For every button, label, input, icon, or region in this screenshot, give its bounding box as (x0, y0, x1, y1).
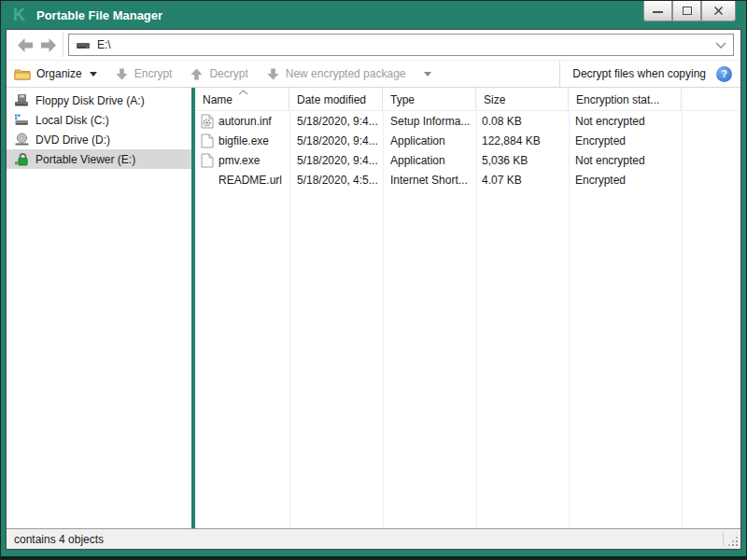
new-encrypted-package-label: New encrypted package (286, 67, 406, 80)
file-date: 5/18/2020, 9:4... (289, 154, 383, 167)
sort-ascending-icon (238, 90, 248, 95)
file-name: README.url (218, 174, 282, 187)
minimize-button[interactable] (643, 1, 672, 21)
file-name: autorun.inf (218, 115, 272, 128)
address-bar[interactable]: E:\ (68, 34, 734, 56)
organize-caret-icon (90, 72, 97, 77)
sidebar-item-label: Local Disk (C:) (35, 114, 109, 127)
chevron-down-icon (715, 42, 726, 49)
floppy-drive-icon (14, 93, 29, 107)
file-size: 4.07 KB (476, 174, 569, 187)
file-row-bigfile-exe[interactable]: bigfile.exe 5/18/2020, 9:4... Applicatio… (195, 131, 740, 150)
empty-icon-slot (200, 173, 214, 188)
decrypt-when-copying-label: Decrypt files when copying (572, 67, 706, 80)
close-button[interactable] (701, 1, 736, 21)
hard-disk-icon (14, 113, 29, 127)
navigation-bar: E:\ (7, 30, 740, 60)
file-date: 5/18/2020, 9:4... (289, 134, 383, 147)
sidebar-item-floppy-a[interactable]: Floppy Disk Drive (A:) (7, 91, 191, 110)
column-header-label: Type (390, 93, 415, 106)
sidebar-item-portable-e[interactable]: Portable Viewer (E:) (7, 149, 191, 169)
forward-arrow-icon (39, 37, 57, 53)
close-icon (713, 6, 724, 16)
help-button[interactable]: ? (716, 66, 732, 82)
column-header-label: Encryption stat... (576, 93, 659, 106)
file-type: Application (383, 134, 476, 147)
sidebar-item-label: DVD Drive (D:) (35, 133, 110, 147)
column-header-name[interactable]: Name (195, 88, 289, 110)
arrow-down-icon (115, 67, 129, 81)
column-header-date-modified[interactable]: Date modified (289, 88, 383, 110)
new-encrypted-package-button[interactable]: New encrypted package (266, 67, 432, 81)
statusbar-separator (723, 532, 724, 546)
file-rows: autorun.inf 5/18/2020, 9:4... Setup Info… (195, 111, 740, 189)
window-controls (643, 1, 736, 21)
file-encryption-status: Encrypted (569, 134, 682, 147)
column-header-size[interactable]: Size (476, 88, 569, 110)
back-arrow-icon (17, 37, 35, 53)
main-panes: Floppy Disk Drive (A:) Local Disk (C:) (7, 88, 740, 528)
folder-icon (14, 67, 31, 81)
file-row-readme-url[interactable]: README.url 5/18/2020, 4:5... Internet Sh… (195, 170, 740, 189)
decrypt-when-copying-section: Decrypt files when copying ? (559, 61, 740, 87)
file-size: 5,036 KB (476, 154, 569, 167)
arrow-up-icon (190, 67, 204, 81)
file-size: 0.08 KB (476, 115, 569, 128)
drive-icon (76, 39, 91, 50)
list-header: Name Date modified Type Size (195, 88, 740, 111)
file-name: pmv.exe (218, 154, 260, 167)
status-bar: contains 4 objects (7, 528, 740, 549)
file-type: Application (383, 154, 476, 167)
new-encrypted-package-caret-icon (424, 72, 431, 77)
minimize-icon (653, 11, 663, 13)
back-button[interactable] (14, 35, 36, 55)
encrypt-label: Encrypt (134, 67, 173, 80)
kaspersky-logo-icon: K (13, 7, 25, 23)
dvd-drive-icon (14, 133, 29, 147)
forward-button[interactable] (36, 35, 59, 55)
sidebar-item-local-c[interactable]: Local Disk (C:) (7, 110, 191, 130)
sidebar-item-label: Floppy Disk Drive (A:) (35, 94, 145, 107)
status-text: contains 4 objects (14, 533, 104, 546)
encrypt-button[interactable]: Encrypt (115, 67, 173, 81)
file-list: Name Date modified Type Size (195, 88, 740, 528)
column-header-type[interactable]: Type (383, 88, 476, 110)
file-name: bigfile.exe (218, 134, 269, 147)
file-type: Internet Short... (383, 174, 476, 187)
titlebar: K Portable File Manager (1, 1, 746, 29)
setup-information-file-icon (201, 114, 214, 129)
decrypt-button[interactable]: Decrypt (190, 67, 247, 81)
column-header-label: Name (203, 93, 233, 106)
column-header-filler (682, 88, 740, 110)
address-path: E:\ (97, 38, 111, 51)
organize-label: Organize (36, 67, 82, 80)
maximize-button[interactable] (672, 1, 701, 21)
file-type: Setup Informa... (383, 115, 476, 128)
maximize-icon (683, 7, 692, 15)
resize-grip-icon[interactable] (736, 544, 738, 546)
file-row-pmv-exe[interactable]: pmv.exe 5/18/2020, 9:4... Application 5,… (195, 150, 740, 170)
decrypt-label: Decrypt (209, 67, 247, 80)
file-date: 5/18/2020, 4:5... (289, 174, 383, 187)
file-encryption-status: Not encrypted (569, 154, 682, 167)
file-encryption-status: Encrypted (569, 174, 682, 187)
column-header-label: Date modified (297, 93, 366, 106)
file-size: 122,884 KB (476, 134, 569, 147)
column-header-encryption-status[interactable]: Encryption stat... (569, 88, 682, 110)
file-row-autorun-inf[interactable]: autorun.inf 5/18/2020, 9:4... Setup Info… (195, 111, 740, 131)
sidebar-item-dvd-d[interactable]: DVD Drive (D:) (7, 130, 191, 149)
sidebar-item-label: Portable Viewer (E:) (35, 153, 135, 166)
portable-file-manager-window: K Portable File Manager (0, 0, 747, 560)
organize-button[interactable]: Organize (14, 67, 97, 81)
address-dropdown-button[interactable] (715, 38, 726, 51)
nav-divider (63, 33, 63, 57)
toolbar: Organize Encrypt Decrypt New encrypted (7, 60, 740, 88)
window-bottom-edge (1, 556, 746, 559)
file-date: 5/18/2020, 9:4... (289, 115, 383, 128)
client-area: E:\ Organize (6, 29, 741, 550)
window-title: Portable File Manager (36, 8, 162, 22)
arrow-down-icon (266, 67, 280, 81)
generic-file-icon (201, 153, 214, 168)
drive-sidebar: Floppy Disk Drive (A:) Local Disk (C:) (7, 88, 191, 528)
column-header-label: Size (484, 93, 505, 106)
